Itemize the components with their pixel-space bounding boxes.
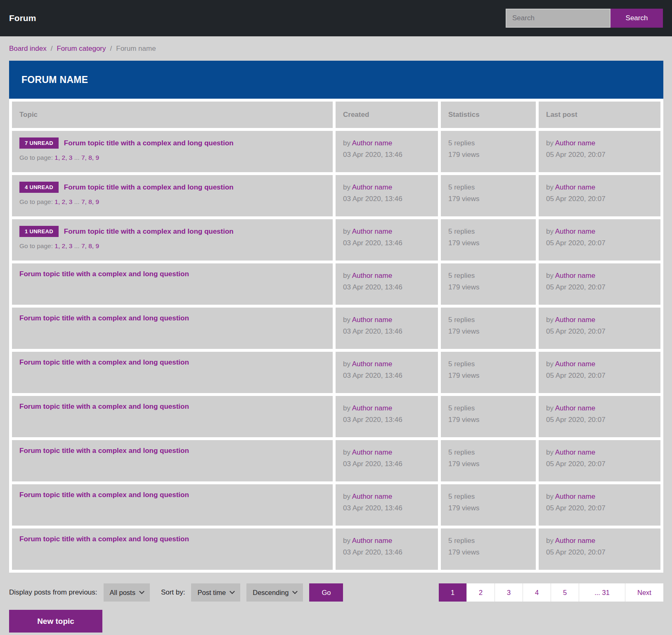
topbar: Forum Search: [0, 0, 672, 36]
topic-title-link[interactable]: Forum topic title with a complex and lon…: [19, 358, 189, 367]
author-link[interactable]: Author name: [352, 404, 392, 412]
page-links-end[interactable]: 7, 8, 9: [81, 154, 99, 161]
new-topic-button[interactable]: New topic: [9, 610, 102, 633]
by-label: by: [546, 360, 554, 368]
bottom-controls: Display posts from previous: All posts S…: [9, 583, 663, 602]
last-post-date: 05 Apr 2020, 20:07: [546, 326, 653, 337]
author-link[interactable]: Author name: [555, 183, 595, 191]
author-link[interactable]: Author name: [555, 272, 595, 280]
views-count: 179 views: [448, 458, 528, 470]
by-label: by: [546, 537, 554, 545]
go-button[interactable]: Go: [309, 583, 343, 602]
unread-badge[interactable]: 1 UNREAD: [19, 226, 59, 237]
author-link[interactable]: Author name: [555, 360, 595, 368]
created-cell: by Author name 03 Apr 2020, 13:46: [336, 219, 438, 261]
topic-title-link[interactable]: Forum topic title with a complex and lon…: [19, 535, 189, 543]
by-label: by: [343, 316, 350, 324]
last-post-cell: by Author name 05 Apr 2020, 20:07: [539, 484, 660, 526]
breadcrumb: Board index / Forum category / Forum nam…: [0, 36, 672, 61]
topic-title-link[interactable]: Forum topic title with a complex and lon…: [64, 227, 234, 236]
page-links-start[interactable]: 1, 2, 3: [54, 154, 72, 161]
pagination-page-3[interactable]: 3: [495, 583, 523, 602]
sort-field-select[interactable]: Post time: [191, 583, 240, 602]
page-links-start[interactable]: 1, 2, 3: [54, 242, 72, 249]
pagination-next-button[interactable]: Next: [625, 583, 663, 602]
statistics-cell: 5 replies 179 views: [441, 219, 536, 261]
statistics-cell: 5 replies 179 views: [441, 528, 536, 570]
author-link[interactable]: Author name: [352, 272, 392, 280]
topic-title-link[interactable]: Forum topic title with a complex and lon…: [19, 447, 189, 455]
author-link[interactable]: Author name: [555, 537, 595, 545]
author-link[interactable]: Author name: [352, 183, 392, 191]
page-title: FORUM NAME: [21, 74, 88, 85]
created-date: 03 Apr 2020, 13:46: [343, 326, 431, 337]
go-to-page-label: Go to page:: [19, 154, 53, 161]
topic-cell: 7 UNREAD Forum topic title with a comple…: [12, 131, 333, 172]
unread-badge[interactable]: 4 UNREAD: [19, 182, 59, 193]
search-form: Search: [506, 9, 663, 28]
display-posts-select[interactable]: All posts: [104, 583, 150, 602]
search-input[interactable]: [506, 9, 610, 28]
last-post-cell: by Author name 05 Apr 2020, 20:07: [539, 131, 660, 172]
author-link[interactable]: Author name: [555, 404, 595, 412]
author-link[interactable]: Author name: [555, 227, 595, 235]
author-link[interactable]: Author name: [352, 227, 392, 235]
views-count: 179 views: [448, 282, 528, 293]
created-cell: by Author name 03 Apr 2020, 13:46: [336, 528, 438, 570]
topic-title-link[interactable]: Forum topic title with a complex and lon…: [19, 314, 189, 322]
author-link[interactable]: Author name: [555, 493, 595, 500]
created-cell: by Author name 03 Apr 2020, 13:46: [336, 308, 438, 349]
topic-title-link[interactable]: Forum topic title with a complex and lon…: [19, 270, 189, 278]
by-label: by: [343, 360, 350, 368]
topic-cell: Forum topic title with a complex and lon…: [12, 396, 333, 437]
pagination-page-1[interactable]: 1: [439, 583, 467, 602]
page-links-end[interactable]: 7, 8, 9: [81, 198, 99, 205]
author-link[interactable]: Author name: [352, 493, 392, 500]
go-to-page: Go to page: 1, 2, 3 ... 7, 8, 9: [19, 154, 325, 161]
statistics-cell: 5 replies 179 views: [441, 175, 536, 216]
page-links-ellipsis: ...: [74, 154, 80, 161]
breadcrumb-forum-category[interactable]: Forum category: [57, 45, 106, 53]
topic-title-link[interactable]: Forum topic title with a complex and lon…: [64, 183, 234, 192]
page-links-start[interactable]: 1, 2, 3: [54, 198, 72, 205]
search-button[interactable]: Search: [610, 9, 663, 28]
site-brand: Forum: [9, 13, 36, 23]
last-post-date: 05 Apr 2020, 20:07: [546, 370, 653, 381]
pagination-page-5[interactable]: 5: [551, 583, 579, 602]
topic-cell: 4 UNREAD Forum topic title with a comple…: [12, 175, 333, 216]
breadcrumb-separator: /: [51, 45, 53, 53]
created-date: 03 Apr 2020, 13:46: [343, 547, 431, 558]
author-link[interactable]: Author name: [352, 139, 392, 147]
statistics-cell: 5 replies 179 views: [441, 352, 536, 393]
created-cell: by Author name 03 Apr 2020, 13:46: [336, 175, 438, 216]
breadcrumb-board-index[interactable]: Board index: [9, 45, 47, 53]
topic-cell: Forum topic title with a complex and lon…: [12, 528, 333, 570]
author-link[interactable]: Author name: [352, 360, 392, 368]
unread-badge[interactable]: 7 UNREAD: [19, 137, 59, 149]
sort-order-select[interactable]: Descending: [246, 583, 303, 602]
author-link[interactable]: Author name: [555, 139, 595, 147]
page-links-end[interactable]: 7, 8, 9: [81, 242, 99, 249]
author-link[interactable]: Author name: [555, 448, 595, 456]
author-link[interactable]: Author name: [555, 316, 595, 324]
chevron-down-icon: [139, 589, 144, 594]
statistics-cell: 5 replies 179 views: [441, 396, 536, 437]
author-link[interactable]: Author name: [352, 316, 392, 324]
by-label: by: [343, 537, 350, 545]
statistics-cell: 5 replies 179 views: [441, 308, 536, 349]
pagination-page-last[interactable]: ... 31: [579, 583, 625, 602]
author-link[interactable]: Author name: [352, 448, 392, 456]
views-count: 179 views: [448, 193, 528, 205]
last-post-cell: by Author name 05 Apr 2020, 20:07: [539, 308, 660, 349]
topic-title-link[interactable]: Forum topic title with a complex and lon…: [19, 491, 189, 499]
pagination-page-2[interactable]: 2: [467, 583, 495, 602]
author-link[interactable]: Author name: [352, 537, 392, 545]
go-to-page: Go to page: 1, 2, 3 ... 7, 8, 9: [19, 198, 325, 206]
topic-title-link[interactable]: Forum topic title with a complex and lon…: [64, 139, 234, 147]
last-post-date: 05 Apr 2020, 20:07: [546, 414, 653, 426]
pagination-page-4[interactable]: 4: [523, 583, 551, 602]
topic-cell: Forum topic title with a complex and lon…: [12, 263, 333, 305]
column-header-created: Created: [336, 102, 438, 128]
created-date: 03 Apr 2020, 13:46: [343, 237, 431, 249]
topic-title-link[interactable]: Forum topic title with a complex and lon…: [19, 403, 189, 411]
